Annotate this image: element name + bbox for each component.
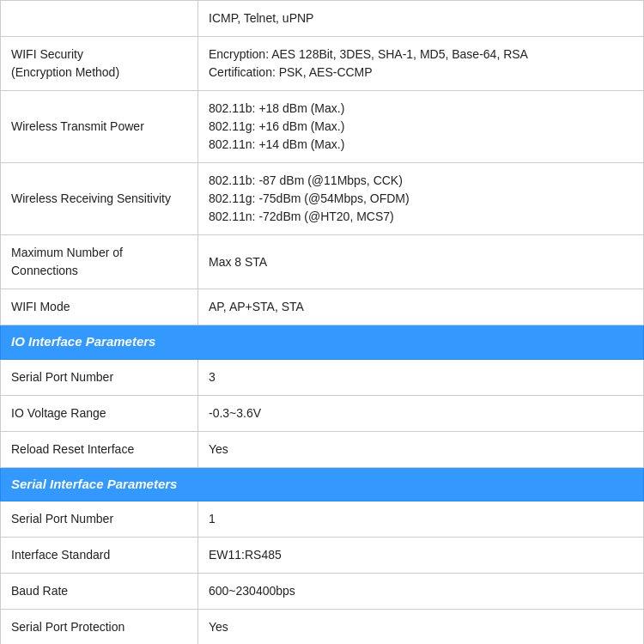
table-row: Serial Port Number 1 [1,501,644,538]
table-row: ICMP, Telnet, uPNP [1,1,644,37]
table-row: Serial Port Number 3 [1,359,644,395]
table-row: Interface Standard EW11:RS485 [1,538,644,574]
table-row: Maximum Number of Connections Max 8 STA [1,235,644,289]
table-row: WIFI Mode AP, AP+STA, STA [1,289,644,325]
row-label: Wireless Receiving Sensitivity [1,163,198,235]
table-row: Baud Rate 600~230400bps [1,574,644,610]
row-value: 1 [198,501,644,538]
row-label [1,1,198,37]
row-label: Maximum Number of Connections [1,235,198,289]
row-label: Serial Port Number [1,501,198,538]
section-header-label: Serial Interface Parameters [1,467,644,501]
section-header-label: IO Interface Parameters [1,325,644,360]
row-value: ICMP, Telnet, uPNP [198,1,644,37]
table-row: IO Voltage Range -0.3~3.6V [1,395,644,431]
row-label: Serial Port Protection [1,610,198,645]
row-value: 802.11b: -87 dBm (@11Mbps, CCK)802.11g: … [198,163,644,235]
row-value: Yes [198,431,644,467]
spec-table-container: ICMP, Telnet, uPNP WIFI Security(Encrypt… [0,0,644,644]
row-value: Max 8 STA [198,235,644,289]
row-value: Encryption: AES 128Bit, 3DES, SHA-1, MD5… [198,37,644,91]
table-row: Wireless Receiving Sensitivity 802.11b: … [1,163,644,235]
row-label: IO Voltage Range [1,395,198,431]
table-row: Reload Reset Interface Yes [1,431,644,467]
row-value: EW11:RS485 [198,538,644,574]
row-label: Baud Rate [1,574,198,610]
row-label: Wireless Transmit Power [1,91,198,163]
table-row: Wireless Transmit Power 802.11b: +18 dBm… [1,91,644,163]
row-value: 802.11b: +18 dBm (Max.)802.11g: +16 dBm … [198,91,644,163]
row-label: Reload Reset Interface [1,431,198,467]
row-label: Serial Port Number [1,359,198,395]
row-value: AP, AP+STA, STA [198,289,644,325]
table-row: WIFI Security(Encryption Method) Encrypt… [1,37,644,91]
spec-table: ICMP, Telnet, uPNP WIFI Security(Encrypt… [0,0,644,644]
row-value: 3 [198,359,644,395]
row-value: Yes [198,610,644,645]
row-label: Interface Standard [1,538,198,574]
table-row: IO Interface Parameters [1,325,644,360]
row-value: 600~230400bps [198,574,644,610]
table-row: Serial Port Protection Yes [1,610,644,645]
row-label: WIFI Security(Encryption Method) [1,37,198,91]
table-row: Serial Interface Parameters [1,467,644,501]
row-value: -0.3~3.6V [198,395,644,431]
row-label: WIFI Mode [1,289,198,325]
